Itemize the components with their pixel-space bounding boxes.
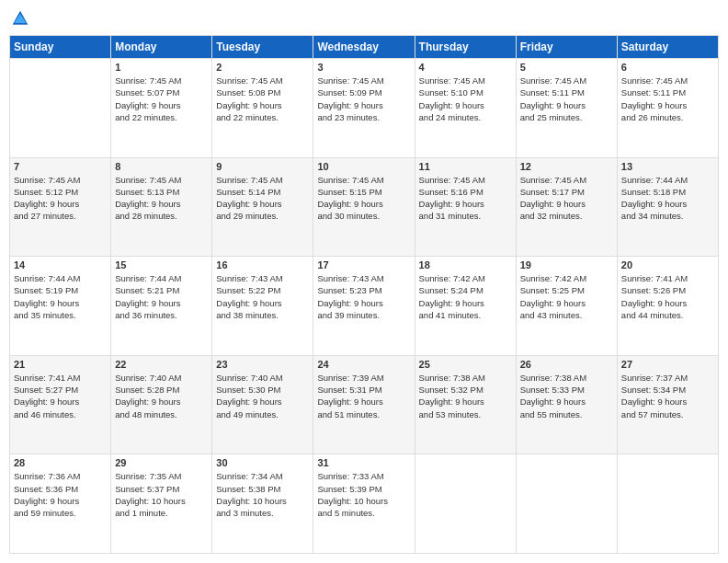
week-row-1: 7Sunrise: 7:45 AMSunset: 5:12 PMDaylight… — [10, 157, 719, 257]
day-info: Sunrise: 7:39 AMSunset: 5:31 PMDaylight:… — [317, 372, 410, 420]
day-info: Sunrise: 7:44 AMSunset: 5:19 PMDaylight:… — [14, 272, 107, 321]
day-number: 9 — [216, 161, 309, 172]
calendar-cell: 31Sunrise: 7:33 AMSunset: 5:39 PMDayligh… — [313, 454, 415, 554]
calendar-cell: 13Sunrise: 7:44 AMSunset: 5:18 PMDayligh… — [617, 157, 718, 257]
day-number: 5 — [520, 62, 613, 73]
weekday-friday: Friday — [516, 36, 617, 59]
day-number: 28 — [14, 457, 107, 468]
day-info: Sunrise: 7:42 AMSunset: 5:25 PMDaylight:… — [520, 272, 613, 321]
calendar-cell: 12Sunrise: 7:45 AMSunset: 5:17 PMDayligh… — [516, 157, 617, 257]
day-info: Sunrise: 7:44 AMSunset: 5:18 PMDaylight:… — [621, 174, 714, 223]
calendar-cell: 6Sunrise: 7:45 AMSunset: 5:11 PMDaylight… — [617, 59, 718, 158]
calendar-cell: 1Sunrise: 7:45 AMSunset: 5:07 PMDaylight… — [111, 59, 212, 158]
week-row-4: 28Sunrise: 7:36 AMSunset: 5:36 PMDayligh… — [10, 454, 719, 554]
day-info: Sunrise: 7:45 AMSunset: 5:09 PMDaylight:… — [317, 75, 410, 123]
day-number: 6 — [621, 62, 714, 73]
week-row-3: 21Sunrise: 7:41 AMSunset: 5:27 PMDayligh… — [10, 355, 719, 454]
day-info: Sunrise: 7:45 AMSunset: 5:07 PMDaylight:… — [115, 75, 208, 123]
calendar-cell: 20Sunrise: 7:41 AMSunset: 5:26 PMDayligh… — [617, 257, 718, 356]
day-number: 15 — [115, 259, 208, 270]
header — [9, 9, 719, 28]
day-number: 27 — [621, 359, 714, 370]
svg-marker-1 — [14, 14, 26, 23]
day-info: Sunrise: 7:44 AMSunset: 5:21 PMDaylight:… — [115, 272, 208, 321]
day-info: Sunrise: 7:38 AMSunset: 5:32 PMDaylight:… — [419, 372, 512, 420]
weekday-header-row: SundayMondayTuesdayWednesdayThursdayFrid… — [10, 36, 719, 59]
calendar-cell: 4Sunrise: 7:45 AMSunset: 5:10 PMDaylight… — [415, 59, 516, 158]
weekday-monday: Monday — [111, 36, 212, 59]
day-number: 14 — [14, 259, 107, 270]
day-number: 31 — [317, 457, 410, 468]
week-row-0: 1Sunrise: 7:45 AMSunset: 5:07 PMDaylight… — [10, 59, 719, 158]
day-info: Sunrise: 7:45 AMSunset: 5:16 PMDaylight:… — [419, 174, 512, 223]
day-info: Sunrise: 7:38 AMSunset: 5:33 PMDaylight:… — [520, 372, 613, 420]
day-number: 23 — [216, 359, 309, 370]
day-info: Sunrise: 7:33 AMSunset: 5:39 PMDaylight:… — [317, 470, 410, 519]
day-info: Sunrise: 7:43 AMSunset: 5:22 PMDaylight:… — [216, 272, 309, 321]
calendar-cell: 5Sunrise: 7:45 AMSunset: 5:11 PMDaylight… — [516, 59, 617, 158]
day-number: 4 — [419, 62, 512, 73]
day-number: 18 — [419, 259, 512, 270]
day-info: Sunrise: 7:41 AMSunset: 5:26 PMDaylight:… — [621, 272, 714, 321]
day-info: Sunrise: 7:45 AMSunset: 5:15 PMDaylight:… — [317, 174, 410, 223]
day-info: Sunrise: 7:41 AMSunset: 5:27 PMDaylight:… — [14, 372, 107, 420]
calendar-cell: 19Sunrise: 7:42 AMSunset: 5:25 PMDayligh… — [516, 257, 617, 356]
calendar-cell: 26Sunrise: 7:38 AMSunset: 5:33 PMDayligh… — [516, 355, 617, 454]
calendar-cell: 29Sunrise: 7:35 AMSunset: 5:37 PMDayligh… — [111, 454, 212, 554]
day-number: 13 — [621, 161, 714, 172]
day-info: Sunrise: 7:45 AMSunset: 5:17 PMDaylight:… — [520, 174, 613, 223]
calendar-cell — [415, 454, 516, 554]
calendar-cell: 2Sunrise: 7:45 AMSunset: 5:08 PMDaylight… — [212, 59, 313, 158]
day-number: 25 — [419, 359, 512, 370]
calendar-cell: 28Sunrise: 7:36 AMSunset: 5:36 PMDayligh… — [10, 454, 111, 554]
day-number: 7 — [14, 161, 107, 172]
logo — [9, 9, 29, 28]
calendar-cell: 30Sunrise: 7:34 AMSunset: 5:38 PMDayligh… — [212, 454, 313, 554]
day-number: 10 — [317, 161, 410, 172]
day-info: Sunrise: 7:45 AMSunset: 5:14 PMDaylight:… — [216, 174, 309, 223]
page: SundayMondayTuesdayWednesdayThursdayFrid… — [0, 0, 728, 563]
day-info: Sunrise: 7:42 AMSunset: 5:24 PMDaylight:… — [419, 272, 512, 321]
day-info: Sunrise: 7:45 AMSunset: 5:08 PMDaylight:… — [216, 75, 309, 123]
logo-icon — [11, 9, 29, 28]
week-row-2: 14Sunrise: 7:44 AMSunset: 5:19 PMDayligh… — [10, 257, 719, 356]
day-info: Sunrise: 7:45 AMSunset: 5:11 PMDaylight:… — [520, 75, 613, 123]
calendar-cell: 24Sunrise: 7:39 AMSunset: 5:31 PMDayligh… — [313, 355, 415, 454]
calendar-table: SundayMondayTuesdayWednesdayThursdayFrid… — [9, 35, 719, 554]
day-number: 30 — [216, 457, 309, 468]
weekday-tuesday: Tuesday — [212, 36, 313, 59]
calendar-cell — [10, 59, 111, 158]
day-number: 21 — [14, 359, 107, 370]
day-number: 1 — [115, 62, 208, 73]
day-number: 29 — [115, 457, 208, 468]
calendar-cell: 10Sunrise: 7:45 AMSunset: 5:15 PMDayligh… — [313, 157, 415, 257]
day-info: Sunrise: 7:45 AMSunset: 5:10 PMDaylight:… — [419, 75, 512, 123]
calendar-cell: 23Sunrise: 7:40 AMSunset: 5:30 PMDayligh… — [212, 355, 313, 454]
day-number: 24 — [317, 359, 410, 370]
day-number: 20 — [621, 259, 714, 270]
calendar-cell: 9Sunrise: 7:45 AMSunset: 5:14 PMDaylight… — [212, 157, 313, 257]
day-info: Sunrise: 7:40 AMSunset: 5:28 PMDaylight:… — [115, 372, 208, 420]
calendar-cell: 21Sunrise: 7:41 AMSunset: 5:27 PMDayligh… — [10, 355, 111, 454]
calendar-cell: 16Sunrise: 7:43 AMSunset: 5:22 PMDayligh… — [212, 257, 313, 356]
calendar-cell: 8Sunrise: 7:45 AMSunset: 5:13 PMDaylight… — [111, 157, 212, 257]
calendar-cell: 27Sunrise: 7:37 AMSunset: 5:34 PMDayligh… — [617, 355, 718, 454]
calendar-cell: 22Sunrise: 7:40 AMSunset: 5:28 PMDayligh… — [111, 355, 212, 454]
day-number: 17 — [317, 259, 410, 270]
weekday-wednesday: Wednesday — [313, 36, 415, 59]
calendar-cell: 17Sunrise: 7:43 AMSunset: 5:23 PMDayligh… — [313, 257, 415, 356]
calendar-cell — [617, 454, 718, 554]
day-info: Sunrise: 7:45 AMSunset: 5:12 PMDaylight:… — [14, 174, 107, 223]
day-info: Sunrise: 7:36 AMSunset: 5:36 PMDaylight:… — [14, 470, 107, 519]
day-info: Sunrise: 7:45 AMSunset: 5:11 PMDaylight:… — [621, 75, 714, 123]
weekday-saturday: Saturday — [617, 36, 718, 59]
day-info: Sunrise: 7:37 AMSunset: 5:34 PMDaylight:… — [621, 372, 714, 420]
day-info: Sunrise: 7:45 AMSunset: 5:13 PMDaylight:… — [115, 174, 208, 223]
day-number: 12 — [520, 161, 613, 172]
day-number: 19 — [520, 259, 613, 270]
day-number: 11 — [419, 161, 512, 172]
day-info: Sunrise: 7:40 AMSunset: 5:30 PMDaylight:… — [216, 372, 309, 420]
day-number: 8 — [115, 161, 208, 172]
calendar-cell — [516, 454, 617, 554]
calendar-cell: 7Sunrise: 7:45 AMSunset: 5:12 PMDaylight… — [10, 157, 111, 257]
